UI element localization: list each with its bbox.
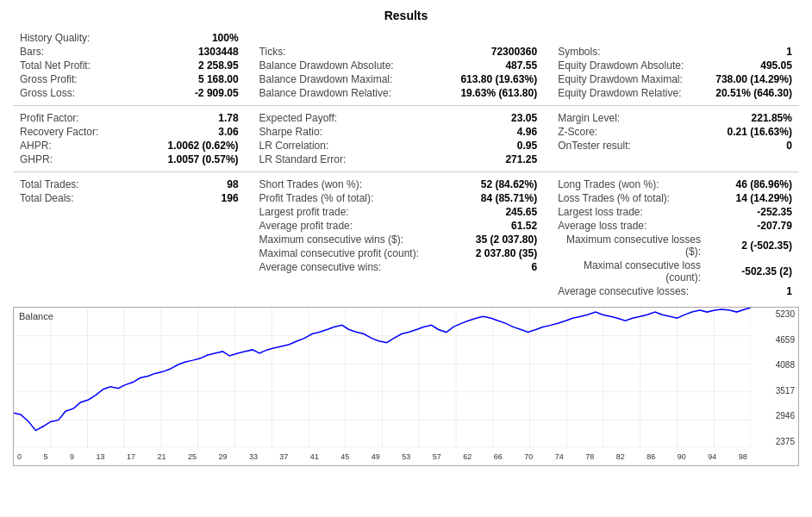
col1-section2: Profit Factor: 1.78 Recovery Factor: 3.0… xyxy=(13,111,249,166)
col3-section3: Long Trades (won %): 46 (86.96%) Loss Tr… xyxy=(547,178,799,298)
stat-gross-profit: Gross Profit: 5 168.00 xyxy=(13,72,246,86)
stat-margin-level: Margin Level: 221.85% xyxy=(551,111,799,125)
stat-maximal-consecutive-loss: Maximal consecutive loss (count): -502.3… xyxy=(551,258,799,284)
stat-balance-drawdown-absolute: Balance Drawdown Absolute: 487.55 xyxy=(253,59,545,72)
stat-total-net-profit: Total Net Profit: 2 258.95 xyxy=(13,59,246,72)
chart-svg-area xyxy=(14,308,751,448)
stat-profit-trades: Profit Trades (% of total): 84 (85.71%) xyxy=(253,191,545,205)
stat-ontester-result: OnTester result: 0 xyxy=(551,139,799,153)
stat-maximal-consecutive-profit: Maximal consecutive profit (count): 2 03… xyxy=(253,246,545,260)
stat-largest-profit-trade: Largest profit trade: 245.65 xyxy=(253,205,545,219)
col2-section3: Short Trades (won %): 52 (84.62%) Profit… xyxy=(249,178,548,298)
stat-short-trades: Short Trades (won %): 52 (84.62%) xyxy=(253,178,545,191)
stat-largest-loss-trade: Largest loss trade: -252.35 xyxy=(551,205,799,219)
chart-x-axis: 0 5 9 13 17 21 25 29 33 37 41 45 49 53 5… xyxy=(14,448,751,465)
stat-total-trades: Total Trades: 98 xyxy=(13,178,246,191)
stat-ahpr: AHPR: 1.0062 (0.62%) xyxy=(13,139,246,153)
stat-lr-correlation: LR Correlation: 0.95 xyxy=(253,139,545,153)
stat-equity-drawdown-absolute: Equity Drawdown Absolute: 495.05 xyxy=(551,59,799,72)
stat-loss-trades: Loss Trades (% of total): 14 (14.29%) xyxy=(551,191,799,205)
stat-lr-standard-error: LR Standard Error: 271.25 xyxy=(253,153,545,166)
stat-avg-consecutive-losses: Average consecutive losses: 1 xyxy=(551,284,799,298)
stat-gross-loss: Gross Loss: -2 909.05 xyxy=(13,86,246,100)
stat-profit-factor: Profit Factor: 1.78 xyxy=(13,111,246,125)
stat-long-trades: Long Trades (won %): 46 (86.96%) xyxy=(551,178,799,191)
page-title: Results xyxy=(13,9,799,22)
stat-average-profit-trade: Average profit trade: 61.52 xyxy=(253,219,545,233)
stat-symbols: Symbols: 1 xyxy=(551,45,799,59)
stat-average-loss-trade: Average loss trade: -207.79 xyxy=(551,219,799,233)
stat-equity-drawdown-maximal: Equity Drawdown Maximal: 738.00 (14.29%) xyxy=(551,72,799,86)
stat-ticks: Ticks: 72300360 xyxy=(253,45,545,59)
stat-ghpr: GHPR: 1.0057 (0.57%) xyxy=(13,153,246,166)
stat-balance-drawdown-maximal: Balance Drawdown Maximal: 613.80 (19.63%… xyxy=(253,72,545,86)
stat-balance-drawdown-relative: Balance Drawdown Relative: 19.63% (613.8… xyxy=(253,86,545,100)
stat-bars: Bars: 1303448 xyxy=(13,45,246,59)
stat-history-quality: History Quality: 100% xyxy=(13,31,246,45)
col2-section2: Expected Payoff: 23.05 Sharpe Ratio: 4.9… xyxy=(249,111,548,166)
stat-max-consecutive-losses: Maximum consecutive losses ($): 2 (-502.… xyxy=(551,233,799,258)
col1-stats: History Quality: 100% Bars: 1303448 Tota… xyxy=(13,31,249,100)
stat-equity-drawdown-relative: Equity Drawdown Relative: 20.51% (646.30… xyxy=(551,86,799,100)
col3-stats: -- Symbols: 1 Equity Drawdown Absolute: … xyxy=(547,31,799,100)
stat-z-score: Z-Score: 0.21 (16.63%) xyxy=(551,125,799,139)
stat-sharpe-ratio: Sharpe Ratio: 4.96 xyxy=(253,125,545,139)
col3-section2: Margin Level: 221.85% Z-Score: 0.21 (16.… xyxy=(547,111,799,166)
stat-max-consecutive-wins: Maximum consecutive wins ($): 35 (2 037.… xyxy=(253,233,545,246)
chart-y-axis: 5230 4659 4088 3517 2946 2375 xyxy=(751,308,798,448)
balance-chart: Balance 5230 4659 4088 3517 2946 2375 xyxy=(13,307,799,466)
stat-recovery-factor: Recovery Factor: 3.06 xyxy=(13,125,246,139)
stat-avg-consecutive-wins: Average consecutive wins: 6 xyxy=(253,260,545,274)
col2-stats: -- Ticks: 72300360 Balance Drawdown Abso… xyxy=(249,31,548,100)
stat-total-deals: Total Deals: 196 xyxy=(13,191,246,205)
col1-section3: Total Trades: 98 Total Deals: 196 xyxy=(13,178,249,298)
stat-expected-payoff: Expected Payoff: 23.05 xyxy=(253,111,545,125)
